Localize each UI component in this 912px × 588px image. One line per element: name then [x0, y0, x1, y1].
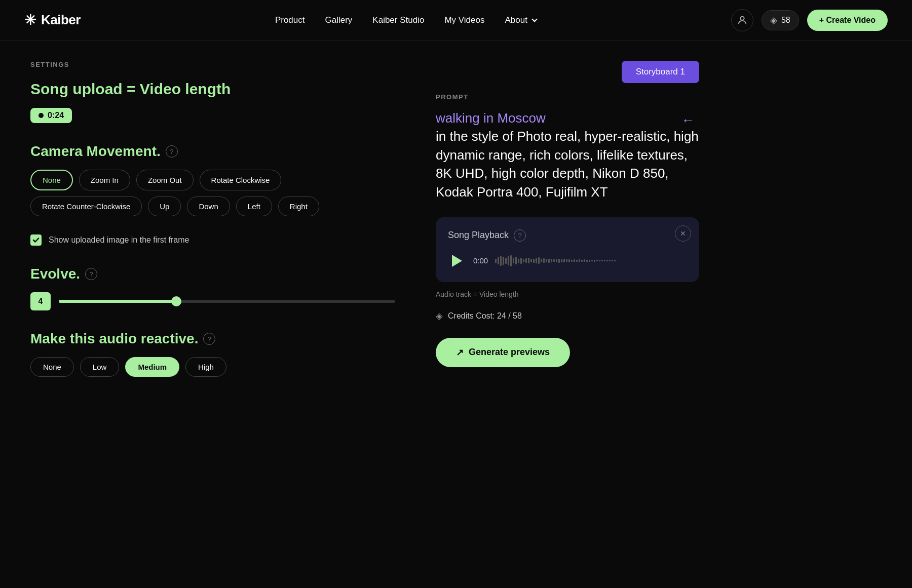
camera-btn-rotate-ccw[interactable]: Rotate Counter-Clockwise	[30, 197, 142, 216]
evolve-title: Evolve.	[30, 266, 80, 282]
camera-btn-up[interactable]: Up	[148, 197, 181, 216]
waveform-bar	[612, 260, 613, 261]
close-button[interactable]: ✕	[675, 225, 691, 242]
user-icon[interactable]	[731, 9, 753, 31]
back-arrow-icon: ←	[681, 112, 695, 128]
nav-about[interactable]: About	[505, 15, 536, 25]
audio-reactive-help-icon[interactable]: ?	[203, 333, 215, 345]
waveform-bar	[543, 258, 545, 263]
credits-icon: ◈	[770, 15, 777, 26]
logo-icon: ✳	[24, 12, 36, 28]
prompt-text-white: in the style of Photo real, hyper-realis…	[436, 127, 699, 201]
waveform-bar	[520, 258, 522, 264]
camera-btn-zoom-in[interactable]: Zoom In	[79, 170, 130, 190]
evolve-slider[interactable]	[59, 300, 395, 303]
waveform-bar	[548, 259, 550, 263]
time-badge: 0:24	[30, 108, 72, 123]
camera-btn-down[interactable]: Down	[187, 197, 230, 216]
upload-title: Song upload = Video length	[30, 81, 395, 98]
waveform-bar	[601, 260, 603, 261]
slider-thumb[interactable]	[171, 296, 181, 306]
waveform-bar	[505, 258, 507, 264]
waveform-bar	[510, 255, 512, 266]
camera-btn-zoom-out[interactable]: Zoom Out	[136, 170, 194, 190]
storyboard-header: Storyboard 1	[436, 61, 699, 83]
waveform-bar	[596, 260, 598, 261]
prompt-text-purple: walking in Moscow	[436, 109, 699, 127]
song-playback-title: Song Playback	[448, 230, 509, 241]
waveform-bar	[571, 260, 573, 262]
waveform-bar	[546, 259, 547, 262]
main-content: SETTINGS Song upload = Video length 0:24…	[0, 41, 912, 588]
credits-row-icon: ◈	[436, 310, 443, 322]
waveform-bar	[515, 257, 517, 264]
navbar: ✳ Kaiber Product Gallery Kaiber Studio M…	[0, 0, 912, 41]
left-panel: SETTINGS Song upload = Video length 0:24…	[30, 61, 395, 568]
prompt-label: PROMPT	[436, 93, 699, 101]
camera-btn-left[interactable]: Left	[236, 197, 272, 216]
song-playback-header: Song Playback ?	[448, 229, 687, 242]
audio-btn-high[interactable]: High	[185, 357, 226, 377]
play-icon	[452, 255, 462, 267]
waveform-bar	[591, 260, 593, 261]
nav-product[interactable]: Product	[275, 15, 305, 25]
audio-reactive-section: Make this audio reactive. ? None Low Med…	[30, 331, 395, 377]
song-playback-help-icon[interactable]: ?	[514, 229, 526, 242]
settings-label: SETTINGS	[30, 61, 395, 68]
audio-time: 0:00	[473, 256, 488, 265]
nav-right: ◈ 58 + Create Video	[731, 9, 888, 31]
camera-help-icon[interactable]: ?	[166, 145, 178, 158]
waveform	[495, 253, 687, 268]
first-frame-checkbox[interactable]	[30, 234, 42, 246]
audio-btn-medium[interactable]: Medium	[125, 357, 179, 377]
slider-track	[59, 300, 395, 303]
generate-icon: ↗	[456, 347, 464, 358]
waveform-bar	[553, 259, 555, 262]
song-playback-card: Song Playback ? ✕ 0:00	[436, 217, 699, 282]
nav-gallery[interactable]: Gallery	[325, 15, 352, 25]
credits-count: 58	[781, 16, 790, 25]
waveform-bar	[500, 256, 502, 266]
waveform-bar	[574, 259, 575, 262]
logo[interactable]: ✳ Kaiber	[24, 12, 81, 28]
credits-row: ◈ Credits Cost: 24 / 58	[436, 310, 699, 322]
time-dot-icon	[39, 113, 44, 118]
prompt-back-button[interactable]: ←	[677, 109, 699, 131]
nav-kaiber-studio[interactable]: Kaiber Studio	[372, 15, 424, 25]
audio-btn-low[interactable]: Low	[80, 357, 120, 377]
evolve-value: 4	[30, 292, 51, 310]
waveform-bar	[614, 260, 616, 261]
storyboard-button[interactable]: Storyboard 1	[622, 61, 699, 83]
waveform-bar	[579, 259, 580, 262]
waveform-bar	[568, 259, 570, 262]
camera-btn-rotate-cw[interactable]: Rotate Clockwise	[200, 170, 282, 190]
nav-my-videos[interactable]: My Videos	[444, 15, 484, 25]
evolve-help-icon[interactable]: ?	[85, 268, 97, 280]
waveform-bar	[508, 256, 509, 265]
right-panel: Storyboard 1 PROMPT walking in Moscow in…	[436, 61, 699, 568]
play-button[interactable]	[448, 252, 466, 270]
credits-text: Credits Cost: 24 / 58	[448, 311, 522, 321]
audio-options: None Low Medium High	[30, 357, 395, 377]
waveform-bar	[538, 257, 540, 264]
waveform-bar	[518, 259, 519, 263]
time-value: 0:24	[48, 111, 64, 120]
waveform-bar	[609, 260, 611, 261]
audio-reactive-header: Make this audio reactive. ?	[30, 331, 395, 347]
camera-movement-title: Camera Movement.	[30, 143, 161, 160]
waveform-bar	[586, 260, 588, 262]
evolve-slider-row: 4	[30, 292, 395, 310]
waveform-bar	[558, 259, 560, 263]
evolve-section: Evolve. ? 4	[30, 266, 395, 310]
waveform-bar	[563, 259, 565, 262]
camera-btn-none[interactable]: None	[30, 170, 73, 190]
waveform-bar	[525, 258, 527, 263]
waveform-bar	[561, 259, 562, 262]
svg-point-0	[740, 16, 744, 20]
generate-previews-button[interactable]: ↗ Generate previews	[436, 338, 570, 367]
waveform-bar	[584, 259, 585, 262]
camera-btn-right[interactable]: Right	[278, 197, 319, 216]
waveform-bar	[503, 257, 504, 265]
create-video-button[interactable]: + Create Video	[807, 10, 888, 31]
audio-btn-none[interactable]: None	[30, 357, 74, 377]
